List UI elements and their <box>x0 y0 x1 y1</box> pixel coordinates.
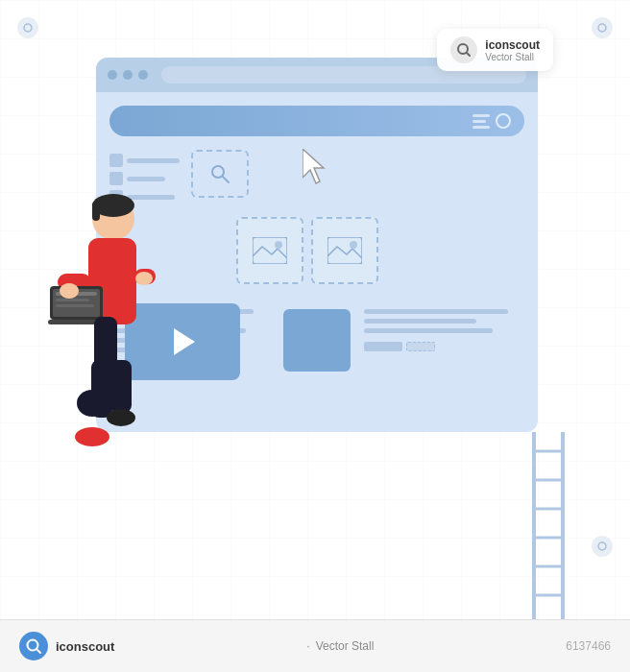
svg-point-9 <box>275 241 282 249</box>
svg-rect-37 <box>110 360 132 413</box>
svg-point-34 <box>135 272 153 285</box>
svg-line-5 <box>467 53 470 56</box>
watermark-card: iconscout Vector Stall <box>437 29 553 71</box>
corner-circle-tr <box>592 17 613 38</box>
ladder <box>524 432 572 624</box>
play-icon <box>174 328 195 355</box>
search-icon-circle <box>496 113 511 129</box>
svg-point-3 <box>598 542 606 550</box>
browser-dot-2 <box>123 70 133 80</box>
svg-point-38 <box>75 427 109 446</box>
svg-point-1 <box>24 24 32 32</box>
watermark-brand: iconscout <box>485 38 540 52</box>
id-label: 6137466 <box>566 639 611 653</box>
bottom-brand-label: iconscout <box>56 639 114 654</box>
watermark-icon <box>450 36 477 63</box>
solid-content-block <box>283 309 351 372</box>
svg-point-11 <box>350 241 357 249</box>
watermark-sub: Vector Stall <box>485 52 540 62</box>
bottom-id: 6137466 <box>566 639 611 653</box>
corner-circle-tl <box>17 17 38 38</box>
watermark-text: iconscout Vector Stall <box>485 38 540 62</box>
browser-dot-3 <box>138 70 148 80</box>
separator-icon: · <box>306 639 309 653</box>
person-figure <box>48 192 163 480</box>
svg-rect-30 <box>56 299 89 301</box>
svg-point-6 <box>212 166 224 178</box>
search-dashed-box <box>191 150 249 198</box>
text-lines-right <box>364 309 524 351</box>
svg-point-33 <box>60 283 79 299</box>
svg-marker-12 <box>303 149 324 183</box>
corner-circle-br <box>592 536 613 557</box>
bottom-left: iconscout <box>19 632 114 660</box>
browser-search-bar <box>109 106 524 136</box>
vector-stall-label: Vector Stall <box>316 639 375 653</box>
iconscout-logo <box>19 632 48 660</box>
cursor-arrow <box>303 149 333 189</box>
image-placeholder-1 <box>236 217 303 284</box>
svg-point-2 <box>598 24 606 32</box>
svg-point-40 <box>77 390 108 417</box>
main-container: iconscout Vector Stall <box>0 0 630 672</box>
svg-rect-23 <box>92 202 100 221</box>
svg-point-39 <box>107 409 135 426</box>
bottom-center: · Vector Stall <box>306 639 374 653</box>
bottom-bar: iconscout · Vector Stall 6137466 <box>0 619 630 672</box>
svg-line-7 <box>223 177 229 182</box>
svg-line-42 <box>36 649 40 653</box>
image-placeholder-2 <box>311 217 378 284</box>
svg-rect-31 <box>56 304 94 307</box>
browser-dot-1 <box>108 70 117 80</box>
